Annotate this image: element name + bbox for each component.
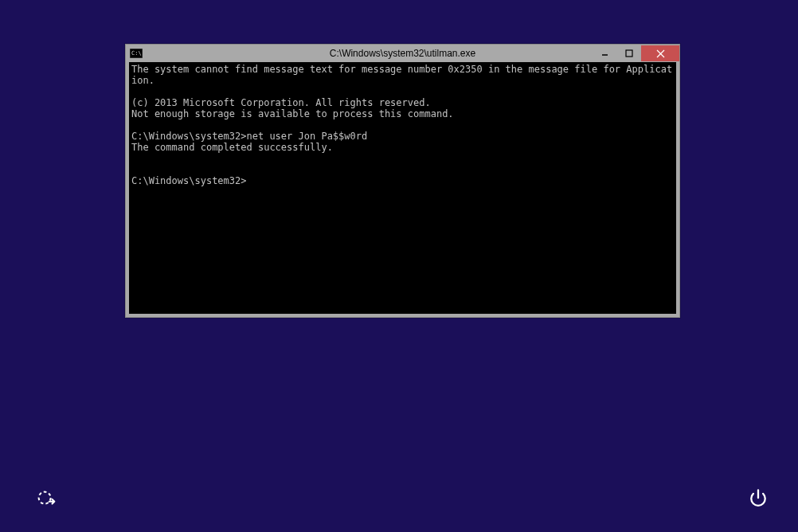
maximize-button[interactable] [617,45,641,61]
console-line [131,119,674,131]
svg-rect-3 [626,50,632,57]
minimize-button[interactable] [593,45,617,61]
console-line: Not enough storage is available to proce… [131,108,674,119]
ease-of-access-button[interactable] [30,483,62,514]
console-line: The command completed successfully. [131,142,674,153]
power-icon [747,487,769,510]
power-button[interactable] [742,483,774,514]
console-line [131,153,674,164]
console-window[interactable]: C:\ C:\Windows\system32\utilman.exe The … [125,44,680,318]
close-button[interactable] [641,45,679,61]
titlebar[interactable]: C:\ C:\Windows\system32\utilman.exe [126,45,679,62]
svg-text:C:\: C:\ [131,50,142,57]
console-line: The system cannot find message text for … [131,64,674,86]
console-line: C:\Windows\system32>net user Jon Pa$$w0r… [131,131,674,142]
console-line [131,86,674,97]
console-line: (c) 2013 Microsoft Corporation. All righ… [131,97,674,108]
console-output[interactable]: The system cannot find message text for … [129,62,676,314]
caption-buttons [593,45,679,61]
console-line [131,164,674,175]
cmd-icon: C:\ [130,48,143,59]
console-prompt[interactable]: C:\Windows\system32> [131,175,674,186]
ease-of-access-icon [34,487,58,510]
